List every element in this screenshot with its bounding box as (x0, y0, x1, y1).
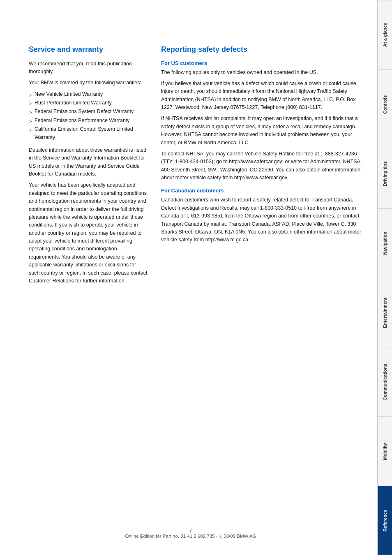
sidebar-tab-at-a-glance[interactable]: At a glance (378, 0, 392, 69)
us-para2: If you believe that your vehicle has a d… (161, 80, 365, 112)
sidebar: At a glanceControlsDriving tipsNavigatio… (377, 0, 392, 555)
bullet-text: California Emission Control System Limit… (35, 125, 148, 141)
reporting-safety-title: Reporting safety defects (161, 45, 365, 54)
bullet-text: Federal Emissions Performance Warranty (35, 117, 130, 125)
bullet-item: ▷Federal Emissions Performance Warranty (29, 117, 148, 125)
left-para2: Your vehicle has been specifically adapt… (29, 181, 148, 285)
sidebar-tab-mobility[interactable]: Mobility (378, 416, 392, 486)
page-number: 7 (29, 528, 353, 533)
sidebar-tab-controls[interactable]: Controls (378, 69, 392, 139)
right-column: Reporting safety defects For US customer… (161, 45, 365, 288)
main-content: Service and warranty We recommend that y… (0, 0, 377, 555)
bullet-text: Rust Perforation Limited Warranty (35, 99, 112, 107)
bullet-item: ▷Federal Emissions System Defect Warrant… (29, 108, 148, 116)
left-intro1: We recommend that you read this publicat… (29, 60, 148, 76)
left-column: Service and warranty We recommend that y… (29, 45, 148, 288)
bullet-arrow-icon: ▷ (29, 109, 32, 116)
bullet-item: ▷California Emission Control System Limi… (29, 125, 148, 141)
bullet-item: ▷Rust Perforation Limited Warranty (29, 99, 148, 107)
bullet-text: Federal Emissions System Defect Warranty (35, 108, 134, 116)
footer: 7 Online Edition for Part no. 01 41 2 60… (29, 528, 353, 539)
canada-para1: Canadian customers who wish to report a … (161, 196, 365, 244)
page-container: Service and warranty We recommend that y… (0, 0, 392, 555)
canada-customers-subtitle: For Canadian customers (161, 187, 365, 194)
sidebar-tab-driving-tips[interactable]: Driving tips (378, 139, 392, 208)
left-para1: Detailed information about these warrant… (29, 146, 148, 178)
footer-text: Online Edition for Part no. 01 41 2 602 … (125, 534, 256, 539)
bullet-arrow-icon: ▷ (29, 100, 32, 107)
us-para3: If NHTSA receives similar complaints, it… (161, 115, 365, 147)
us-customers-subtitle: For US customers (161, 60, 365, 66)
warranty-list: ▷New Vehicle Limited Warranty▷Rust Perfo… (29, 90, 148, 141)
sidebar-tab-entertainment[interactable]: Entertainment (378, 278, 392, 347)
sidebar-tab-navigation[interactable]: Navigation (378, 208, 392, 278)
sidebar-tab-communications[interactable]: Communications (378, 347, 392, 416)
bullet-text: New Vehicle Limited Warranty (35, 90, 103, 98)
us-para4: To contact NHTSA, you may call the Vehic… (161, 150, 365, 182)
two-column-layout: Service and warranty We recommend that y… (29, 45, 365, 288)
left-intro2: Your BMW is covered by the following war… (29, 79, 148, 87)
service-warranty-title: Service and warranty (29, 45, 148, 54)
us-para1: The following applies only to vehicles o… (161, 69, 365, 76)
bullet-arrow-icon: ▷ (29, 127, 32, 133)
bullet-arrow-icon: ▷ (29, 92, 32, 98)
sidebar-tab-reference[interactable]: Reference (378, 486, 392, 555)
bullet-item: ▷New Vehicle Limited Warranty (29, 90, 148, 98)
bullet-arrow-icon: ▷ (29, 118, 32, 125)
